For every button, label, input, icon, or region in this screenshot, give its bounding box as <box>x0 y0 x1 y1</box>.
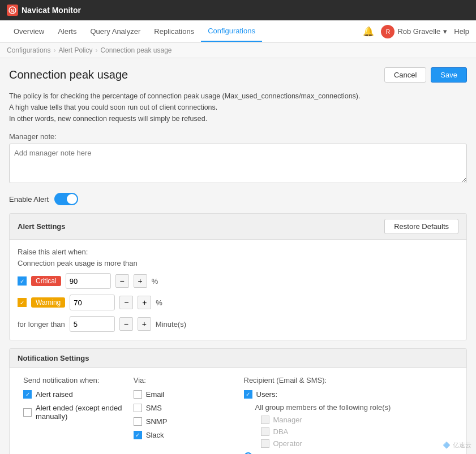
user-menu[interactable]: R Rob Gravelle ▾ <box>381 25 447 38</box>
enable-alert-row: Enable Alert <box>9 193 467 205</box>
notification-bell-icon[interactable]: 🔔 <box>363 26 374 37</box>
alert-settings-section: Alert Settings Restore Defaults Raise th… <box>9 213 467 340</box>
restore-defaults-button[interactable]: Restore Defaults <box>384 219 458 234</box>
via-email-label: Email <box>146 390 165 399</box>
via-snmp-checkbox[interactable] <box>134 417 142 426</box>
svg-text:N: N <box>11 8 15 14</box>
save-button[interactable]: Save <box>431 67 467 83</box>
users-checkbox[interactable]: ✓ <box>244 390 252 399</box>
warning-percent: % <box>156 299 162 307</box>
brand-name: Navicat Monitor <box>22 6 81 15</box>
alert-raised-checkbox[interactable]: ✓ <box>23 390 32 399</box>
critical-checkbox[interactable]: ✓ <box>18 276 27 286</box>
page-header: Connection peak usage Cancel Save <box>9 67 467 83</box>
description: The policy is for checking the percentag… <box>9 90 467 124</box>
critical-increment-button[interactable]: + <box>134 274 147 288</box>
warning-checkbox[interactable]: ✓ <box>18 298 27 307</box>
user-avatar: R <box>381 25 394 38</box>
critical-percent: % <box>152 277 158 286</box>
breadcrumb: Configurations › Alert Policy › Connecti… <box>0 43 476 58</box>
via-col: Via: Email SMS SNMP ✓ Sl <box>128 376 238 454</box>
for-longer-label: for longer than <box>18 320 65 328</box>
critical-badge: Critical <box>31 276 61 286</box>
user-dropdown-icon: ▾ <box>443 27 447 36</box>
users-label-text: Users: <box>256 390 278 399</box>
breadcrumb-sep-1: › <box>53 46 55 54</box>
alert-ended-checkbox[interactable] <box>23 408 32 417</box>
manager-note-input[interactable] <box>9 144 467 183</box>
page-title: Connection peak usage <box>9 68 128 81</box>
via-slack-checkbox[interactable]: ✓ <box>134 431 142 439</box>
warning-decrement-button[interactable]: − <box>119 296 133 309</box>
via-email-checkbox[interactable] <box>134 390 142 399</box>
main-nav: Overview Alerts Query Analyzer Replicati… <box>0 20 476 43</box>
header-actions: Cancel Save <box>384 67 467 83</box>
description-line-2: A high value tells that you could soon r… <box>9 102 467 113</box>
send-when-col: Send notification when: ✓ Alert raised A… <box>18 376 128 454</box>
cancel-button[interactable]: Cancel <box>384 67 426 83</box>
role-operator-label: Operator <box>273 439 302 448</box>
alert-settings-body: Raise this alert when: Connection peak u… <box>10 240 466 340</box>
notification-grid: Send notification when: ✓ Alert raised A… <box>18 376 458 454</box>
warning-increment-button[interactable]: + <box>138 296 151 309</box>
navbar: N Navicat Monitor <box>0 0 476 20</box>
via-sms-checkbox[interactable] <box>134 404 142 412</box>
breadcrumb-alert-policy[interactable]: Alert Policy <box>58 46 92 54</box>
nav-alerts[interactable]: Alerts <box>51 21 83 41</box>
for-longer-row: for longer than − + Minute(s) <box>18 316 458 332</box>
via-sms-label: SMS <box>146 404 162 412</box>
role-manager-checkbox <box>261 416 269 424</box>
via-snmp-item: SNMP <box>134 417 233 426</box>
role-manager-label: Manager <box>273 416 302 424</box>
nav-right: 🔔 R Rob Gravelle ▾ Help <box>363 25 469 38</box>
critical-decrement-button[interactable]: − <box>115 274 129 288</box>
breadcrumb-configurations[interactable]: Configurations <box>7 46 50 54</box>
via-label: Via: <box>134 376 233 384</box>
alert-raised-label: Alert raised <box>36 390 73 399</box>
role-operator: Operator <box>255 439 453 448</box>
via-sms-item: SMS <box>134 404 233 412</box>
for-longer-decrement-button[interactable]: − <box>119 317 133 331</box>
send-when-label: Send notification when: <box>23 376 122 384</box>
nav-query-analyzer[interactable]: Query Analyzer <box>83 21 147 41</box>
warning-value-input[interactable] <box>70 295 115 310</box>
critical-value-input[interactable] <box>66 273 111 289</box>
nav-overview[interactable]: Overview <box>7 21 51 41</box>
via-slack-item: ✓ Slack <box>134 431 233 439</box>
user-name: Rob Gravelle <box>397 27 440 36</box>
description-line-3: In other words, new connection requests … <box>9 113 467 124</box>
enable-alert-label: Enable Alert <box>9 195 49 204</box>
notification-settings-title: Notification Settings <box>18 354 89 362</box>
warning-badge: Warning <box>31 297 65 308</box>
description-line-1: The policy is for checking the percentag… <box>9 90 467 102</box>
alert-settings-title: Alert Settings <box>18 222 66 231</box>
critical-row: ✓ Critical − + % <box>18 273 458 289</box>
notification-settings-section: Notification Settings Send notification … <box>9 348 467 454</box>
recipient-col: Recipient (Email & SMS): ✓ Users: All gr… <box>238 376 459 454</box>
nav-configurations[interactable]: Configurations <box>201 21 262 42</box>
for-longer-increment-button[interactable]: + <box>138 317 151 331</box>
page-content: Connection peak usage Cancel Save The po… <box>0 58 476 454</box>
notification-settings-body: Send notification when: ✓ Alert raised A… <box>10 368 466 454</box>
enable-alert-toggle[interactable] <box>54 193 78 205</box>
role-dba-checkbox <box>261 427 269 436</box>
via-slack-label: Slack <box>146 431 164 439</box>
brand: N Navicat Monitor <box>7 5 81 16</box>
nav-replications[interactable]: Replications <box>147 21 201 41</box>
help-link[interactable]: Help <box>454 27 469 36</box>
alert-ended-label: Alert ended (except ended manually) <box>36 404 122 421</box>
for-longer-unit: Minute(s) <box>156 320 186 328</box>
via-snmp-label: SNMP <box>146 417 168 426</box>
users-label-row: ✓ Users: <box>244 390 453 399</box>
watermark: 🔷 亿速云 <box>443 441 471 449</box>
condition-text: Connection peak usage is more than <box>18 259 458 267</box>
role-manager: Manager <box>255 416 453 424</box>
role-dba: DBA <box>255 427 453 436</box>
alert-raised-item: ✓ Alert raised <box>23 390 122 399</box>
notification-settings-header: Notification Settings <box>10 349 466 368</box>
for-longer-value-input[interactable] <box>70 316 115 332</box>
warning-row: ✓ Warning − + % <box>18 295 458 310</box>
alert-settings-header: Alert Settings Restore Defaults <box>10 214 466 240</box>
breadcrumb-current: Connection peak usage <box>100 46 171 54</box>
watermark-icon: 🔷 <box>443 442 451 449</box>
